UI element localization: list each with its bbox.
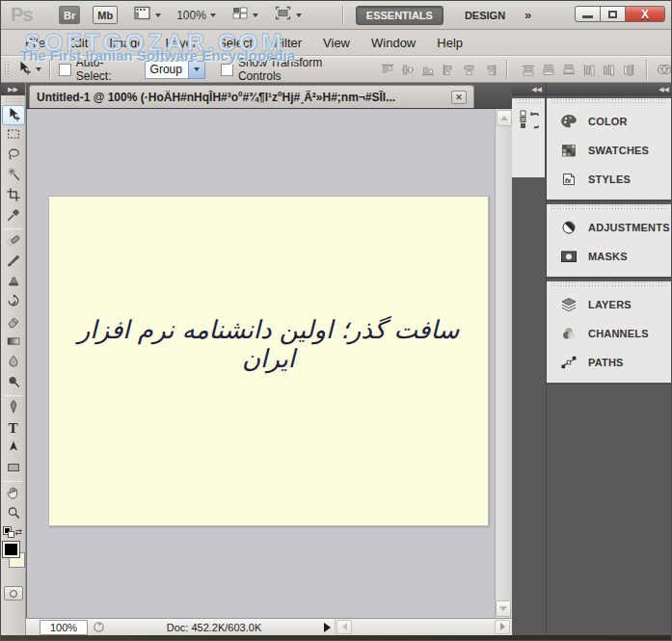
spot-healing-brush-tool[interactable] — [2, 231, 25, 252]
screen-mode-button[interactable] — [274, 5, 302, 25]
panel-group-grip-3[interactable] — [551, 281, 669, 286]
blur-tool[interactable] — [2, 353, 25, 373]
scroll-right-button[interactable] — [495, 620, 510, 634]
align-right-edges-button[interactable] — [481, 62, 498, 78]
dodge-tool[interactable] — [2, 373, 25, 393]
auto-align-layers-button[interactable] — [656, 62, 672, 78]
foreground-color-swatch[interactable] — [3, 542, 19, 557]
menu-window[interactable]: Window — [361, 32, 426, 54]
view-extras-button[interactable] — [133, 5, 161, 25]
align-horizontal-centers-button[interactable] — [461, 62, 478, 78]
auto-select-target-dropdown[interactable]: Group — [145, 61, 205, 79]
menu-layer[interactable]: Layer — [155, 32, 208, 54]
narrow-dock-grip[interactable] — [516, 98, 541, 103]
adjustments-panel-button[interactable]: ADJUSTMENTS — [547, 213, 672, 242]
menu-help[interactable]: Help — [426, 32, 473, 54]
document-tab[interactable]: Untitled-1 @ 100% (·HoÄH#nHqÎH#³oº#¾¶I¹z… — [29, 85, 474, 108]
workspace-overflow-chevron[interactable]: » — [524, 8, 529, 22]
auto-select-label: Auto-Select: — [76, 56, 139, 83]
rectangle-tool[interactable] — [2, 459, 25, 479]
document-size-info: Doc: 452.2K/603.0K — [109, 622, 319, 633]
horizontal-scrollbar[interactable] — [335, 619, 512, 636]
align-left-edges-button[interactable] — [441, 62, 458, 78]
launch-mini-bridge-button[interactable]: Mb — [93, 6, 118, 24]
masks-panel-button[interactable]: MASKS — [547, 242, 672, 271]
path-selection-tool[interactable] — [2, 439, 25, 459]
color-panel-button[interactable]: COLOR — [547, 107, 672, 136]
screen-mode-icon — [274, 5, 292, 25]
zoom-tool[interactable] — [2, 504, 25, 524]
history-brush-tool[interactable] — [2, 292, 25, 312]
distribute-top-edges-button[interactable] — [520, 62, 537, 78]
auto-select-checkbox[interactable] — [59, 64, 71, 76]
clone-stamp-tool[interactable] — [2, 272, 25, 292]
vertical-scrollbar[interactable] — [495, 109, 512, 618]
canvas[interactable]: سافت گذر؛ اولین دانشنامه نرم افزار ایران — [48, 196, 489, 526]
zoom-level-dropdown[interactable]: 100% — [176, 9, 216, 22]
scroll-right-icon — [500, 623, 505, 630]
tools-panel-header[interactable]: ▶▶ — [1, 83, 25, 95]
pen-tool[interactable] — [2, 398, 25, 418]
menu-file[interactable]: File — [14, 32, 56, 54]
launch-bridge-button[interactable]: Br — [59, 6, 80, 24]
lasso-tool[interactable] — [2, 146, 25, 166]
show-transform-controls-checkbox[interactable] — [221, 64, 233, 76]
distribute-right-edges-button[interactable] — [621, 62, 638, 78]
tab-close-button[interactable]: ✕ — [451, 91, 467, 104]
swap-colors-icon[interactable]: ⇄ — [14, 527, 22, 537]
workspace-essentials-button[interactable]: ESSENTIALS — [356, 6, 444, 25]
panel-group-color: COLOR SWATCHES fx STYLES — [547, 98, 672, 201]
align-vertical-centers-button[interactable] — [399, 62, 417, 78]
layers-panel-button[interactable]: LAYERS — [547, 290, 672, 319]
status-zoom-field[interactable]: 100% — [40, 620, 88, 635]
restore-button[interactable] — [600, 6, 626, 22]
current-tool-preset-dropdown[interactable] — [16, 60, 41, 79]
panel-dock-header[interactable]: ◀◀ — [547, 83, 672, 95]
rectangular-marquee-tool[interactable] — [2, 125, 25, 146]
panel-group-grip-2[interactable] — [551, 204, 669, 209]
masks-panel-label: MASKS — [588, 251, 628, 262]
default-colors-icon[interactable] — [4, 527, 14, 538]
brush-tool[interactable] — [2, 252, 25, 272]
align-bottom-edges-button[interactable] — [419, 62, 437, 78]
tools-panel-grip[interactable] — [5, 97, 21, 103]
align-top-edges-button[interactable] — [379, 62, 396, 78]
workspace-design-button[interactable]: DESIGN — [455, 6, 515, 25]
menu-image[interactable]: Image — [98, 32, 154, 54]
canvas-viewport[interactable]: سافت گذر؛ اولین دانشنامه نرم افزار ایران — [26, 109, 512, 618]
move-tool[interactable] — [2, 105, 25, 125]
distribute-left-edges-button[interactable] — [580, 62, 598, 78]
magic-wand-tool[interactable] — [2, 166, 25, 186]
menu-select[interactable]: Select — [207, 32, 263, 54]
paths-panel-button[interactable]: PATHS — [547, 348, 672, 377]
arrange-documents-button[interactable] — [231, 5, 258, 25]
panel-group-grip[interactable] — [551, 98, 669, 103]
menu-view[interactable]: View — [312, 32, 361, 54]
menu-edit[interactable]: Edit — [56, 32, 98, 54]
distribute-vertical-centers-button[interactable] — [540, 62, 557, 78]
close-button[interactable]: X — [625, 6, 665, 22]
gradient-tool[interactable] — [2, 333, 25, 353]
crop-tool[interactable] — [2, 186, 25, 206]
eraser-tool[interactable] — [2, 312, 25, 333]
hand-tool[interactable] — [2, 484, 25, 504]
swatches-panel-icon — [558, 141, 579, 160]
channels-panel-button[interactable]: CHANNELS — [547, 319, 672, 348]
scroll-down-button[interactable] — [496, 601, 511, 617]
styles-panel-button[interactable]: fx STYLES — [547, 165, 672, 194]
eyedropper-tool[interactable] — [2, 206, 25, 227]
scroll-left-button[interactable] — [336, 620, 352, 634]
options-bar-grip[interactable] — [4, 61, 11, 78]
history-panel-button[interactable] — [516, 107, 541, 136]
type-tool[interactable]: T — [2, 418, 25, 439]
distribute-bottom-edges-button[interactable] — [560, 62, 578, 78]
menu-filter[interactable]: Filter — [263, 32, 312, 54]
minimize-button[interactable] — [575, 6, 601, 22]
swatches-panel-button[interactable]: SWATCHES — [547, 136, 672, 165]
status-info-icon[interactable] — [88, 621, 109, 633]
scroll-up-button[interactable] — [497, 110, 512, 126]
quick-mask-button[interactable] — [4, 586, 23, 601]
distribute-horizontal-centers-button[interactable] — [601, 62, 618, 78]
status-flyout-button[interactable] — [319, 623, 335, 632]
narrow-dock-header[interactable]: ◀◀ — [512, 83, 546, 95]
